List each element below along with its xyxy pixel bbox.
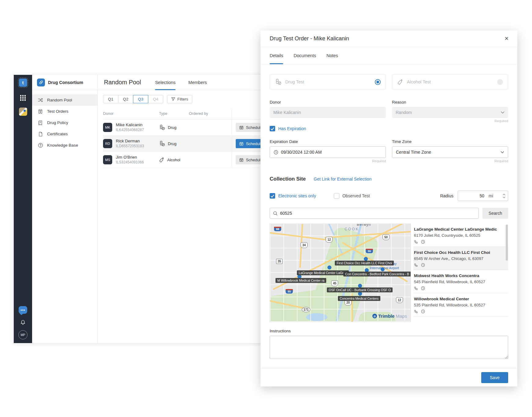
donor-id: ILK42554068287 [116,128,144,132]
quarter-button-group: Q1 Q2 Q3 Q4 [103,95,163,103]
pill-no-icon [159,141,165,146]
phone-icon[interactable] [414,286,418,290]
hours-clock-icon[interactable] [421,286,425,290]
time-zone-value: Central Time Zone [396,150,431,155]
radius-group: Radius mi [440,191,508,201]
site-options-row: Electronic sites only Observed Test Radi… [270,191,508,201]
table-row[interactable]: RD Rick Derman ILD65572053183 Drug [103,136,270,152]
site-search-input[interactable] [280,211,475,216]
phone-icon[interactable] [414,240,418,244]
site-address: 545 Plainfield Rd, Willowbrook, IL 60527 [414,280,503,284]
site-list-item[interactable]: LaGrange Medical Center LaGrange Medic 6… [413,224,508,247]
tab-notes[interactable]: Notes [327,47,338,64]
radius-spinner[interactable] [503,194,505,198]
site-name: Midwest Health Works Concentra [414,273,503,278]
table-row[interactable]: MK Mike Kalicanin ILK42554068287 Drug [103,119,270,136]
observed-test-label: Observed Test [342,193,370,198]
tab-details[interactable]: Details [270,47,283,64]
hours-clock-icon[interactable] [421,240,425,244]
search-button[interactable]: Search [482,208,508,219]
hours-clock-icon[interactable] [421,263,425,267]
map-site-chip: M Willowbrook Medical Center ra [275,278,326,283]
sidebar-item-drug-policy[interactable]: Drug Policy [32,117,98,128]
radio-selected-icon[interactable] [375,79,381,85]
map-app-icon[interactable] [19,108,27,116]
donor-id: ILD65572053183 [116,144,144,148]
save-button[interactable]: Save [481,372,508,383]
filters-button[interactable]: Filters [167,95,192,103]
site-list-item[interactable]: Midwest Health Works Concentra 545 Plain… [413,270,508,293]
avatar: MS [103,155,112,164]
trimble-brand: Trimble [378,313,394,319]
map-label-cook: COOK [345,227,359,231]
instructions-textarea[interactable] [270,336,508,359]
map-marker[interactable] [327,265,331,269]
expiration-date-input[interactable]: 09/30/2024 12:00 AM [270,146,386,158]
phone-icon[interactable] [414,309,418,313]
donor-name: Mike Kalicanin [116,123,144,128]
donor-label: Donor [270,100,386,104]
map-site-chip: First Choice Occ Health LLC First Choi [335,261,394,265]
site-list-item[interactable]: First Choice Occ Health LLC First Choi 6… [413,247,508,270]
quarter-q2-button[interactable]: Q2 [118,95,133,103]
sidebar-item-label: Drug Policy [47,120,68,125]
chat-icon[interactable]: ••• [19,306,27,314]
hours-clock-icon[interactable] [421,309,425,313]
sidebar-item-label: Test Orders [47,109,68,114]
collection-site-heading: Collection Site [270,176,306,182]
book-icon [38,120,43,126]
t-app-logo[interactable]: t [19,79,27,87]
quarter-q3-button[interactable]: Q3 [133,95,148,103]
site-list-item[interactable]: Willowbrook Medical Center 535 Plainfiel… [413,293,508,316]
notifications-bell-icon[interactable] [20,319,26,325]
site-search-row: Search [270,208,508,219]
sidebar-item-label: Certificates [47,132,68,136]
modal-body: Drug Test Alcohol Test Donor Mike Kalica… [260,64,517,368]
quarter-q1-button[interactable]: Q1 [103,95,118,103]
electronic-sites-checkbox[interactable] [270,193,275,199]
tab-members[interactable]: Members [188,75,207,90]
observed-test-checkbox[interactable] [334,193,339,199]
user-avatar[interactable]: MP [18,330,28,339]
donor-name: Jim O'Brien [116,155,144,160]
close-icon[interactable]: ✕ [504,36,509,41]
radius-stepper: mi [458,191,508,201]
tab-selections[interactable]: Selections [155,75,175,90]
sidebar: Drug Consortium Random Pool Test Orders [32,75,98,343]
has-expiration-label: Has Expiration [278,126,306,131]
donor-value: Mike Kalicanin [273,110,301,115]
sidebar-item-certificates[interactable]: Certificates [32,128,98,140]
expiration-date-value: 09/30/2024 12:00 AM [281,150,322,155]
route-shield-us50: 50 [382,234,390,240]
radio-unselected-icon[interactable] [497,79,503,85]
radius-input[interactable] [458,193,484,198]
drug-test-card[interactable]: Drug Test [270,74,386,90]
pill-no-icon [275,79,282,85]
calendar-icon [239,126,243,130]
quarter-q4-button: Q4 [148,95,163,103]
instructions-section: Instructions [270,329,508,360]
sidebar-item-label: Knowledge Base [47,143,78,148]
selections-table: Donor Type Ordered by MK Mike Kalicanin … [103,108,270,168]
donor-cell: MS Jim O'Brien ILS32454091066 [103,155,159,165]
table-row[interactable]: MS Jim O'Brien ILS32454091066 Alcohol [103,152,270,168]
phone-icon[interactable] [414,263,418,267]
calendar-icon [239,158,243,162]
app-grid-icon[interactable] [20,95,26,101]
route-shield-i88: 88 [274,226,282,232]
chevron-down-icon [501,111,504,114]
expiration-date-label: Expiration Date [270,139,386,144]
sidebar-item-knowledge-base[interactable]: Knowledge Base [32,140,98,151]
tab-documents[interactable]: Documents [294,47,316,64]
external-selection-link[interactable]: Get Link for External Selection [314,177,371,181]
time-zone-select[interactable]: Central Time Zone [392,146,508,158]
sidebar-item-random-pool[interactable]: Random Pool [32,94,98,106]
alcohol-test-card[interactable]: Alcohol Test [392,74,508,90]
modal-tabs: Details Documents Notes [260,47,517,64]
map-canvas[interactable]: 88 12 34 50 55 35 45 55 20 171 12 Berwyn… [270,224,411,322]
list-scrollbar[interactable] [506,225,508,261]
trimble-logo-icon: ◍ [372,314,377,318]
has-expiration-checkbox[interactable] [270,126,275,131]
map-site-chip: Concentra Medical Centers [338,296,380,301]
sidebar-item-test-orders[interactable]: Test Orders [32,106,98,117]
